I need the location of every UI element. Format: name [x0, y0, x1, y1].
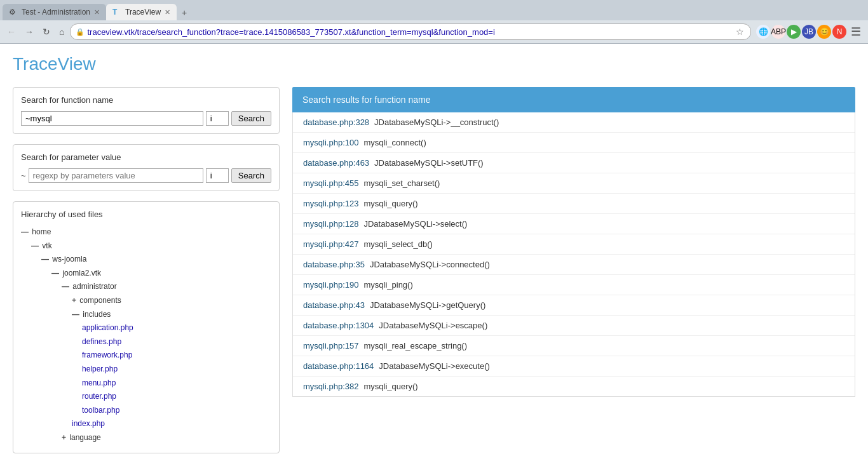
- result-func-3: mysqli_set_charset(): [363, 178, 440, 188]
- url-input[interactable]: [87, 27, 732, 37]
- tree-item-application[interactable]: application.php: [21, 321, 271, 335]
- result-link-8[interactable]: mysqli.php:190: [303, 280, 358, 290]
- link-router-php[interactable]: router.php: [82, 390, 116, 404]
- bookmark-icon[interactable]: ☆: [735, 25, 745, 38]
- result-link-7[interactable]: database.php:35: [303, 260, 365, 269]
- result-item-1: mysqli.php:100 mysqli_connect(): [293, 133, 855, 153]
- tab-bar: ⚙ Test - Administration ✕ T TraceView ✕ …: [0, 0, 868, 20]
- ext-blue-icon[interactable]: JB: [802, 25, 816, 39]
- search-parameter-box: Search for parameter value ~ Search: [13, 144, 280, 191]
- result-link-12[interactable]: database.php:1164: [303, 361, 374, 371]
- result-item-9: database.php:43 JDatabaseMySQLi->getQuer…: [293, 295, 855, 316]
- abp-icon[interactable]: ABP: [771, 25, 785, 39]
- browser-chrome: ⚙ Test - Administration ✕ T TraceView ✕ …: [0, 0, 868, 44]
- result-link-2[interactable]: database.php:463: [303, 158, 369, 168]
- link-index-php[interactable]: index.php: [72, 417, 105, 431]
- tree-item-menu[interactable]: menu.php: [21, 377, 271, 391]
- right-panel: Search results for function name databas…: [292, 87, 855, 453]
- link-helper-php[interactable]: helper.php: [82, 363, 118, 377]
- tree-item-includes: — includes: [21, 308, 271, 322]
- hierarchy-title: Hierarchy of used files: [21, 210, 271, 219]
- tree-item-home: — home: [21, 225, 271, 239]
- tab-admin-favicon: ⚙: [9, 8, 18, 17]
- search-parameter-input[interactable]: [29, 168, 203, 183]
- link-application-php[interactable]: application.php: [82, 321, 133, 335]
- tab-traceview-label: TraceView: [125, 8, 161, 17]
- tree-minus-icon: —: [31, 239, 39, 253]
- search-parameter-title: Search for parameter value: [21, 152, 271, 162]
- result-link-1[interactable]: mysqli.php:100: [303, 138, 358, 147]
- tree-minus-icon: —: [21, 225, 29, 239]
- tree-item-toolbar[interactable]: toolbar.php: [21, 404, 271, 418]
- chrome-icon[interactable]: 🌐: [756, 25, 770, 39]
- result-link-6[interactable]: mysqli.php:427: [303, 239, 358, 249]
- tree-item-helper[interactable]: helper.php: [21, 363, 271, 377]
- back-button[interactable]: ←: [4, 25, 19, 39]
- search-function-modifier[interactable]: [206, 111, 229, 126]
- result-func-4: mysqli_query(): [363, 199, 417, 208]
- ext-red-icon[interactable]: N: [832, 25, 846, 39]
- result-link-13[interactable]: mysqli.php:382: [303, 382, 358, 391]
- result-item-4: mysqli.php:123 mysqli_query(): [293, 194, 855, 214]
- result-link-5[interactable]: mysqli.php:128: [303, 219, 358, 229]
- tab-traceview-close[interactable]: ✕: [165, 8, 170, 17]
- result-link-11[interactable]: mysqli.php:157: [303, 341, 358, 351]
- search-parameter-row: ~ Search: [21, 168, 271, 183]
- tree-item-joomla2vtk: — joomla2.vtk: [21, 267, 271, 281]
- ext-orange-icon[interactable]: 😊: [817, 25, 831, 39]
- forward-button[interactable]: →: [22, 25, 37, 39]
- tab-admin[interactable]: ⚙ Test - Administration ✕: [3, 4, 106, 20]
- result-item-5: mysqli.php:128 JDatabaseMySQLi->select(): [293, 214, 855, 234]
- tree-minus-icon: —: [62, 280, 69, 294]
- link-toolbar-php[interactable]: toolbar.php: [82, 404, 119, 418]
- result-func-12: JDatabaseMySQLi->execute(): [379, 361, 490, 371]
- result-item-2: database.php:463 JDatabaseMySQLi->setUTF…: [293, 153, 855, 173]
- search-parameter-modifier[interactable]: [206, 168, 229, 183]
- search-function-input[interactable]: [21, 111, 203, 126]
- result-link-4[interactable]: mysqli.php:123: [303, 199, 358, 208]
- tree-minus-icon: —: [72, 308, 79, 322]
- ext-green-icon[interactable]: ▶: [787, 25, 801, 39]
- search-parameter-button[interactable]: Search: [231, 168, 271, 183]
- result-func-9: JDatabaseMySQLi->getQuery(): [370, 300, 485, 310]
- link-defines-php[interactable]: defines.php: [82, 335, 121, 349]
- link-menu-php[interactable]: menu.php: [82, 377, 116, 391]
- result-func-2: JDatabaseMySQLi->setUTF(): [374, 158, 484, 168]
- tree-item-vtk: — vtk: [21, 239, 271, 253]
- menu-button[interactable]: ☰: [848, 23, 864, 41]
- search-function-button[interactable]: Search: [231, 111, 271, 126]
- tree-item-framework[interactable]: framework.php: [21, 349, 271, 363]
- result-link-3[interactable]: mysqli.php:455: [303, 178, 358, 188]
- new-tab-button[interactable]: +: [177, 5, 192, 20]
- tree-plus-icon: +: [72, 294, 76, 308]
- page-title: TraceView: [13, 54, 855, 74]
- result-func-5: JDatabaseMySQLi->select(): [363, 219, 467, 229]
- result-link-0[interactable]: database.php:328: [303, 117, 369, 127]
- result-link-9[interactable]: database.php:43: [303, 300, 365, 310]
- result-func-7: JDatabaseMySQLi->connected(): [370, 260, 490, 269]
- tab-admin-close[interactable]: ✕: [94, 8, 100, 17]
- nav-bar: ← → ↻ ⌂ 🔒 ☆ 🌐 ABP ▶ JB 😊 N ☰: [0, 20, 868, 44]
- result-link-10[interactable]: database.php:1304: [303, 321, 374, 330]
- tree-item-router[interactable]: router.php: [21, 390, 271, 404]
- link-framework-php[interactable]: framework.php: [82, 349, 132, 363]
- result-item-13: mysqli.php:382 mysqli_query(): [293, 377, 855, 396]
- url-bar-wrapper: 🔒 ☆: [70, 23, 751, 40]
- result-func-1: mysqli_connect(): [363, 138, 426, 147]
- tab-traceview[interactable]: T TraceView ✕: [106, 4, 177, 20]
- tree-item-administrator: — administrator: [21, 280, 271, 294]
- result-item-12: database.php:1164 JDatabaseMySQLi->execu…: [293, 356, 855, 377]
- result-item-0: database.php:328 JDatabaseMySQLi->__cons…: [293, 112, 855, 133]
- result-item-8: mysqli.php:190 mysqli_ping(): [293, 275, 855, 295]
- tree-item-defines[interactable]: defines.php: [21, 335, 271, 349]
- result-func-11: mysqli_real_escape_string(): [363, 341, 467, 351]
- result-func-0: JDatabaseMySQLi->__construct(): [374, 117, 499, 127]
- home-button[interactable]: ⌂: [56, 25, 67, 39]
- result-item-10: database.php:1304 JDatabaseMySQLi->escap…: [293, 316, 855, 336]
- result-item-11: mysqli.php:157 mysqli_real_escape_string…: [293, 336, 855, 356]
- tree-item-index[interactable]: index.php: [21, 417, 271, 431]
- refresh-button[interactable]: ↻: [39, 25, 53, 39]
- tree-minus-icon: —: [41, 253, 49, 267]
- tree-item-wsjoomla: — ws-joomla: [21, 253, 271, 267]
- toolbar-icons: 🌐 ABP ▶ JB 😊 N ☰: [756, 23, 864, 41]
